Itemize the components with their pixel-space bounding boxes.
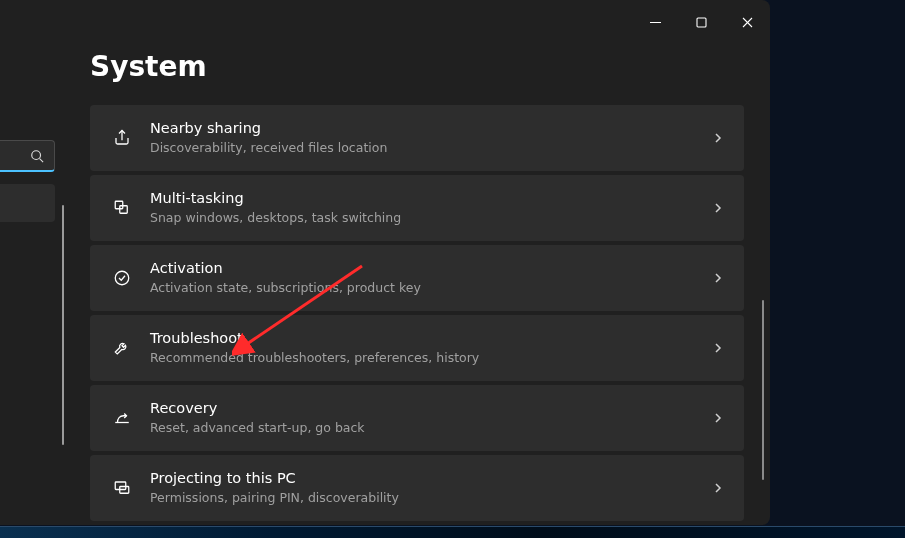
row-title: Troubleshoot [150, 329, 712, 349]
sidebar-sliver [0, 140, 55, 222]
search-input[interactable] [0, 140, 55, 172]
row-recovery[interactable]: Recovery Reset, advanced start-up, go ba… [90, 385, 744, 451]
svg-point-4 [32, 150, 41, 159]
svg-line-5 [40, 158, 44, 162]
row-text: Multi-tasking Snap windows, desktops, ta… [150, 189, 712, 227]
chevron-right-icon [712, 199, 724, 218]
row-subtitle: Snap windows, desktops, task switching [150, 210, 712, 227]
row-subtitle: Discoverability, received files location [150, 140, 712, 157]
chevron-right-icon [712, 409, 724, 428]
chevron-right-icon [712, 479, 724, 498]
row-text: Activation Activation state, subscriptio… [150, 259, 712, 297]
chevron-right-icon [712, 269, 724, 288]
row-title: Projecting to this PC [150, 469, 712, 489]
recovery-icon [108, 409, 136, 427]
chevron-right-icon [712, 129, 724, 148]
window-titlebar [0, 0, 770, 36]
row-title: Activation [150, 259, 712, 279]
row-title: Multi-tasking [150, 189, 712, 209]
svg-point-8 [115, 271, 129, 285]
taskbar-edge [0, 526, 905, 538]
row-subtitle: Reset, advanced start-up, go back [150, 420, 712, 437]
maximize-icon [696, 17, 707, 28]
row-activation[interactable]: Activation Activation state, subscriptio… [90, 245, 744, 311]
svg-rect-6 [115, 201, 123, 209]
close-icon [742, 17, 753, 28]
settings-window: System Nearby sharing Discoverability, r… [0, 0, 770, 525]
row-subtitle: Recommended troubleshooters, preferences… [150, 350, 712, 367]
row-multi-tasking[interactable]: Multi-tasking Snap windows, desktops, ta… [90, 175, 744, 241]
content-area: System Nearby sharing Discoverability, r… [90, 50, 770, 525]
row-troubleshoot[interactable]: Troubleshoot Recommended troubleshooters… [90, 315, 744, 381]
row-text: Recovery Reset, advanced start-up, go ba… [150, 399, 712, 437]
minimize-button[interactable] [632, 8, 678, 36]
scrollbar-left[interactable] [62, 205, 64, 445]
share-icon [108, 129, 136, 147]
row-text: Troubleshoot Recommended troubleshooters… [150, 329, 712, 367]
page-title: System [90, 50, 744, 83]
row-subtitle: Permissions, pairing PIN, discoverabilit… [150, 490, 712, 507]
maximize-button[interactable] [678, 8, 724, 36]
sidebar-item-selected[interactable] [0, 184, 55, 222]
row-projecting[interactable]: Projecting to this PC Permissions, pairi… [90, 455, 744, 521]
activation-icon [108, 269, 136, 287]
multitask-icon [108, 199, 136, 217]
row-title: Recovery [150, 399, 712, 419]
search-icon [30, 149, 44, 163]
row-subtitle: Activation state, subscriptions, product… [150, 280, 712, 297]
chevron-right-icon [712, 339, 724, 358]
row-title: Nearby sharing [150, 119, 712, 139]
project-icon [108, 479, 136, 497]
svg-rect-7 [120, 206, 128, 214]
settings-list: Nearby sharing Discoverability, received… [90, 105, 744, 521]
svg-rect-9 [115, 482, 126, 490]
svg-rect-1 [697, 18, 706, 27]
minimize-icon [650, 17, 661, 28]
row-text: Projecting to this PC Permissions, pairi… [150, 469, 712, 507]
row-nearby-sharing[interactable]: Nearby sharing Discoverability, received… [90, 105, 744, 171]
row-text: Nearby sharing Discoverability, received… [150, 119, 712, 157]
wrench-icon [108, 339, 136, 357]
close-button[interactable] [724, 8, 770, 36]
